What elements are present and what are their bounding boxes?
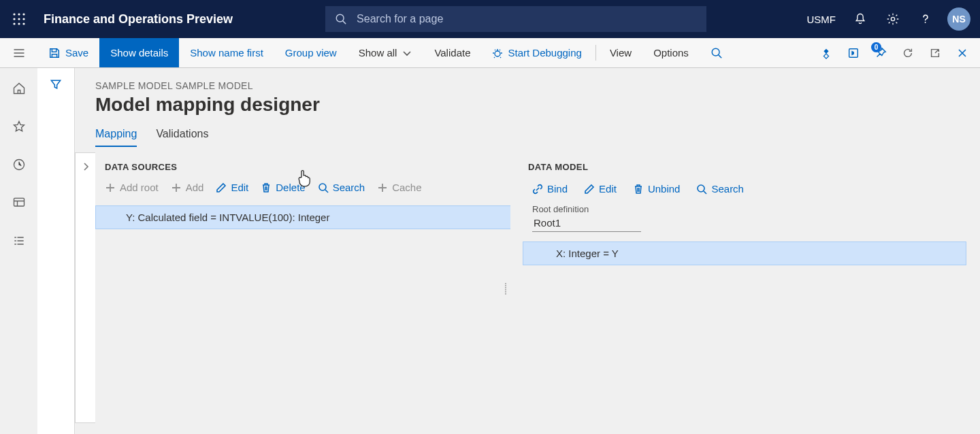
edit-button[interactable]: Edit [216, 182, 248, 193]
data-model-title: DATA MODEL [523, 152, 966, 179]
view-menu[interactable]: View [599, 38, 642, 67]
company-picker[interactable]: USMF [800, 14, 843, 25]
chevron-down-icon [402, 48, 412, 59]
bind-button[interactable]: Bind [532, 183, 568, 195]
refresh-icon [902, 47, 914, 59]
attachments-button[interactable]: 0 [867, 38, 894, 68]
modules-icon [12, 234, 26, 248]
popout-icon [929, 47, 941, 59]
svg-point-9 [336, 14, 344, 22]
notifications-button[interactable] [845, 4, 875, 34]
tab-validations[interactable]: Validations [156, 128, 208, 147]
dm-search-label: Search [711, 183, 744, 195]
nav-workspaces[interactable] [8, 192, 30, 214]
tab-mapping[interactable]: Mapping [95, 128, 137, 147]
tab-strip: Mapping Validations [75, 116, 980, 147]
filter-button[interactable] [49, 78, 63, 434]
star-icon [12, 120, 26, 133]
svg-point-2 [22, 13, 24, 15]
splitter-handle[interactable] [505, 283, 506, 295]
delete-button[interactable]: Delete [261, 182, 305, 193]
close-icon [957, 48, 968, 59]
panel-expand-toggle[interactable] [80, 161, 91, 422]
help-button[interactable] [911, 4, 941, 34]
search-icon [710, 47, 723, 59]
nav-modules[interactable] [8, 230, 30, 252]
find-button[interactable] [700, 38, 734, 67]
svg-line-15 [719, 54, 721, 57]
related-info-button[interactable] [813, 38, 840, 68]
question-icon [919, 12, 932, 26]
search-icon [318, 182, 329, 193]
group-view-button[interactable]: Group view [274, 38, 348, 67]
nav-favorites[interactable] [8, 116, 30, 137]
nav-toggle[interactable] [0, 38, 37, 68]
breadcrumb: SAMPLE MODEL SAMPLE MODEL [95, 80, 960, 91]
options-label: Options [653, 47, 689, 59]
app-launcher[interactable] [5, 5, 33, 33]
svg-point-3 [13, 18, 15, 20]
diamond-icon [820, 47, 832, 59]
dm-edit-button[interactable]: Edit [584, 183, 617, 195]
global-search-input[interactable] [355, 12, 697, 26]
show-details-label: Show details [110, 47, 168, 59]
delete-label: Delete [276, 182, 305, 193]
close-button[interactable] [949, 38, 976, 68]
svg-point-8 [22, 22, 24, 24]
page-body: SAMPLE MODEL SAMPLE MODEL Model mapping … [0, 68, 980, 434]
pencil-icon [584, 184, 595, 195]
validate-button[interactable]: Validate [423, 38, 481, 67]
add-label: Add [186, 182, 204, 193]
show-details-button[interactable]: Show details [99, 38, 179, 67]
show-all-dropdown[interactable]: Show all [348, 38, 424, 67]
dm-search-button[interactable]: Search [696, 183, 744, 195]
svg-line-22 [704, 191, 706, 194]
save-button[interactable]: Save [37, 38, 99, 67]
svg-point-21 [698, 185, 704, 192]
show-name-first-label: Show name first [190, 47, 263, 59]
refresh-button[interactable] [894, 38, 921, 68]
settings-button[interactable] [878, 4, 908, 34]
data-source-row[interactable]: Y: Calculated field = INTVALUE(100): Int… [95, 205, 510, 229]
plus-icon [105, 182, 116, 193]
svg-rect-18 [14, 198, 24, 206]
svg-point-0 [13, 13, 15, 15]
save-icon [48, 47, 61, 59]
ds-search-button[interactable]: Search [318, 182, 365, 193]
link-icon [532, 184, 543, 195]
data-sources-title: DATA SOURCES [95, 152, 510, 179]
home-icon [12, 82, 26, 95]
svg-point-13 [495, 51, 500, 56]
svg-point-19 [319, 184, 326, 190]
edit-label: Edit [231, 182, 248, 193]
plus-icon [377, 182, 388, 193]
cache-button[interactable]: Cache [377, 182, 421, 193]
dm-edit-label: Edit [599, 183, 617, 195]
open-in-office-button[interactable] [840, 38, 867, 68]
view-label: View [610, 47, 632, 59]
popout-button[interactable] [921, 38, 949, 68]
unbind-button[interactable]: Unbind [633, 183, 681, 195]
options-menu[interactable]: Options [642, 38, 700, 67]
root-definition-value[interactable]: Root1 [532, 216, 641, 232]
trash-icon [261, 182, 272, 193]
bind-label: Bind [547, 183, 568, 195]
start-debugging-button[interactable]: Start Debugging [481, 38, 592, 67]
svg-point-1 [18, 13, 20, 15]
add-root-button[interactable]: Add root [105, 182, 159, 193]
user-avatar[interactable]: NS [947, 7, 970, 31]
pencil-icon [216, 182, 227, 193]
show-all-label: Show all [359, 47, 397, 59]
add-button[interactable]: Add [171, 182, 204, 193]
svg-point-14 [712, 48, 719, 56]
waffle-icon [12, 12, 26, 26]
svg-point-7 [18, 22, 20, 24]
nav-recent[interactable] [8, 154, 30, 176]
show-name-first-button[interactable]: Show name first [179, 38, 274, 67]
global-search[interactable] [325, 6, 706, 32]
data-model-row[interactable]: X: Integer = Y [523, 241, 966, 265]
filter-column [37, 68, 75, 434]
svg-line-20 [325, 190, 328, 193]
nav-home[interactable] [8, 78, 30, 99]
search-icon [335, 13, 347, 25]
